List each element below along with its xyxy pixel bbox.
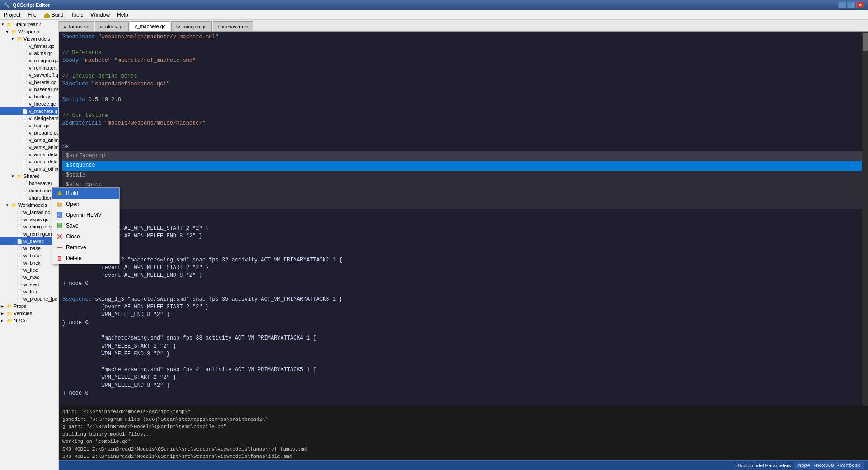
- code-line: WPN_MELEE_START 2 "2" }: [62, 374, 864, 382]
- tree-w-minigun[interactable]: 📄 w_minigun.qc: [0, 223, 58, 230]
- tree-w-sled[interactable]: 📄 w_sled: [0, 281, 58, 288]
- menu-help[interactable]: Help: [113, 10, 132, 19]
- scrollbar-thumb[interactable]: [863, 33, 868, 51]
- tree-w-base1[interactable]: 📄 w_base: [0, 245, 58, 252]
- tree-v-akms[interactable]: 📄 v_akms.qc: [0, 50, 58, 57]
- code-line: } node 0: [62, 319, 864, 327]
- ctx-build[interactable]: Build: [52, 188, 119, 199]
- tab-bonesaver[interactable]: bonesaver.qci: [213, 21, 253, 31]
- tree-w-famas[interactable]: 📄 w_famas.qc: [0, 209, 58, 216]
- ctx-save[interactable]: Save: [52, 220, 119, 231]
- tree-v-arms-anim2[interactable]: 📄 v_arms_anim.: [0, 144, 58, 151]
- tree-w-frag[interactable]: 📄 w_frag: [0, 288, 58, 295]
- ac-hint-sectionframes[interactable]: $sectionframes: [62, 200, 864, 209]
- tree-v-baseball[interactable]: 📄 v_baseball.bat: [0, 86, 58, 93]
- tree-vehicles[interactable]: ▶ 📁 Vehicles: [0, 310, 58, 317]
- tree-w-akms[interactable]: 📄 w_akms.qc: [0, 216, 58, 223]
- tree-npcs[interactable]: ▶ 📁 NPCs: [0, 317, 58, 324]
- file-icon: 📄: [22, 72, 28, 78]
- window-controls: — □ ✕: [838, 2, 864, 8]
- maximize-button[interactable]: □: [847, 2, 855, 8]
- menu-project[interactable]: Project: [0, 10, 24, 19]
- tree-w-flee[interactable]: 📄 w_flee: [0, 266, 58, 274]
- tab-w-minigun[interactable]: w_minigun.qc: [171, 21, 211, 31]
- tree-v-remington[interactable]: 📄 v_remington.q: [0, 64, 58, 71]
- tree-v-sledgehammer[interactable]: 📄 v_sledgehammer: [0, 115, 58, 122]
- folder-icon: 📁: [6, 303, 13, 309]
- menu-file[interactable]: File: [24, 10, 40, 19]
- tree-definbone[interactable]: 📄 definbone: [0, 187, 58, 194]
- tree-v-frag[interactable]: 📄 v_frag.qc: [0, 122, 58, 129]
- editor-scroll[interactable]: $modelname "weapons/melee/machete/v_mach…: [59, 32, 868, 406]
- menu-window[interactable]: Window: [87, 10, 113, 19]
- tree-bonesaver[interactable]: 📄 bonesaver: [0, 180, 58, 187]
- close-button[interactable]: ✕: [856, 2, 864, 8]
- tree-sharedbon[interactable]: 📄 sharedbon: [0, 194, 58, 201]
- tree-w-remington[interactable]: 📄 w_remington.q: [0, 230, 58, 237]
- ctx-delete[interactable]: Delete: [52, 253, 119, 264]
- tree-label: v_frag.qc: [29, 123, 49, 128]
- tree-viewmodels[interactable]: ▼ 📁 Viewmodels: [0, 35, 58, 42]
- code-line: // Include define bones: [62, 73, 864, 80]
- tree-v-sawedoff[interactable]: 📄 v_sawedoff.qc: [0, 71, 58, 79]
- expand-arrow: ▶: [1, 304, 6, 308]
- tree-v-beretta[interactable]: 📄 v_beretta.qc: [0, 79, 58, 86]
- tree-v-minigun[interactable]: 📄 v_minigun.qc: [0, 57, 58, 64]
- tree-v-arms-officer[interactable]: 📄 v_arms_officer: [0, 165, 58, 172]
- ctx-remove[interactable]: Remove: [52, 242, 119, 253]
- menu-tools[interactable]: Tools: [67, 10, 87, 19]
- minimize-button[interactable]: —: [838, 2, 846, 8]
- code-line: $sequence swing_1_2 "machete/swing.smd" …: [62, 256, 864, 264]
- tree-v-fireoze[interactable]: 📄 v_fireoze.qc: [0, 100, 58, 107]
- tree-label: bonesaver: [29, 181, 52, 186]
- tree-label: v_arms_anim.: [29, 144, 58, 150]
- tab-v-famas[interactable]: v_famas.qc: [59, 21, 94, 31]
- file-icon: 📄: [22, 180, 28, 186]
- tree-shared[interactable]: ▼ 📁 Shared: [0, 172, 58, 180]
- tree-v-propane[interactable]: 📄 v_propane.qc: [0, 129, 58, 136]
- ctx-label: Close: [66, 233, 80, 240]
- editor-area[interactable]: $modelname "weapons/melee/machete/v_mach…: [59, 32, 868, 406]
- editor-scrollbar[interactable]: [862, 32, 868, 406]
- code-line: {event AE_WPN_MELEE_START 2 "2" }: [62, 303, 864, 311]
- code-line: $cdmaterials "models/weapons/melee/mache…: [62, 120, 864, 127]
- ac-hint-scale[interactable]: $scale: [62, 171, 864, 180]
- tree-worldmodels[interactable]: ▼ 📁 Worldmodels: [0, 201, 58, 209]
- delete-icon: [56, 255, 63, 262]
- menu-build[interactable]: Build: [40, 10, 67, 19]
- sidebar: ▼ 📁 BrainBread2 ▼ 📁 Weapons ▼ 📁 Viewmode…: [0, 20, 59, 470]
- build-menu-icon: [44, 12, 50, 18]
- tree-v-arms-default2[interactable]: 📄 v_arms_defaul: [0, 158, 58, 165]
- tree-weapons[interactable]: ▼ 📁 Weapons: [0, 28, 58, 35]
- tree-w-mac[interactable]: 📄 w_mac: [0, 274, 58, 281]
- tree-w-brick[interactable]: 📄 w_brick: [0, 259, 58, 266]
- ac-selected-sequence[interactable]: $sequence: [62, 161, 864, 170]
- code-line: {event AE_WPN_MELEE_END 8 "2" }: [62, 272, 864, 279]
- file-icon: 📄: [16, 216, 23, 223]
- tree-w-propane[interactable]: 📄 w_propane_jpe: [0, 295, 58, 302]
- tree-v-brick[interactable]: 📄 v_brick.qc: [0, 93, 58, 100]
- ctx-open-hlmv[interactable]: H Open in HLMV: [52, 209, 119, 220]
- tree-label: w_mac: [23, 275, 39, 280]
- tree-w-base2[interactable]: 📄 w_base: [0, 252, 58, 259]
- file-icon: 📄: [22, 144, 28, 150]
- tree-label: Viewmodels: [23, 36, 50, 42]
- ac-hint-shadowlod[interactable]: $shadowlod: [62, 190, 864, 199]
- tree-label: Weapons: [18, 29, 39, 34]
- tree-v-arms-anim1[interactable]: 📄 v_arms_anim.: [0, 136, 58, 144]
- tree-v-machete[interactable]: 📄 v_machete.qc: [0, 107, 58, 115]
- ctx-close[interactable]: Close: [52, 231, 119, 242]
- title-bar: 🔧 QCScript Editor — □ ✕: [0, 0, 868, 10]
- ctx-open[interactable]: Open: [52, 199, 119, 209]
- tab-v-akms[interactable]: v_akms.qc: [95, 21, 129, 31]
- ac-hint-surfaceprop[interactable]: $surfaceprop: [62, 151, 864, 161]
- tree-v-famas[interactable]: 📄 v_famas.qc: [0, 42, 58, 50]
- tree-w-sawec[interactable]: 📄 w_sawec: [0, 237, 58, 245]
- tree-props[interactable]: ▶ 📁 Props: [0, 302, 58, 310]
- tree-braинbread2[interactable]: ▼ 📁 BrainBread2: [0, 21, 58, 28]
- code-line: } node 0: [62, 280, 864, 288]
- tree-v-arms-default1[interactable]: 📄 v_arms_defaul: [0, 151, 58, 158]
- folder-icon: 📁: [16, 36, 23, 42]
- ac-hint-staticprop[interactable]: $staticprop: [62, 180, 864, 190]
- tab-v-machete[interactable]: v_machete.qc: [130, 21, 170, 31]
